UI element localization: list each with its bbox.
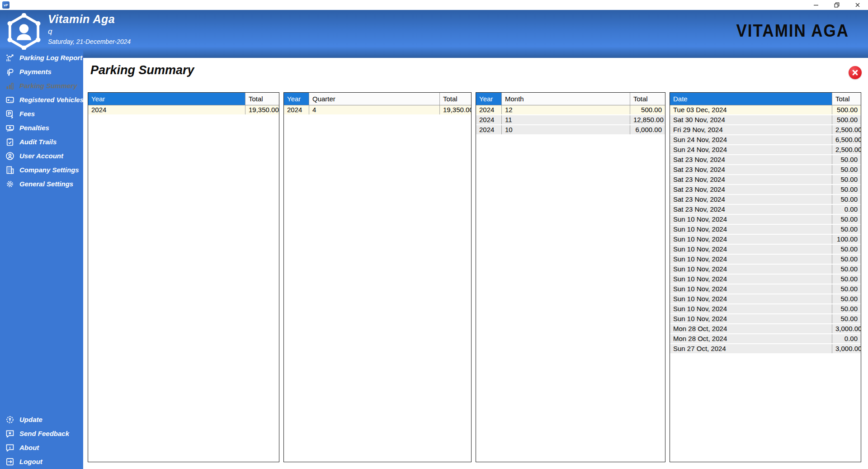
page-close-button[interactable]	[849, 66, 862, 79]
table-row[interactable]: 20241112,850.00	[476, 115, 665, 125]
table-cell: 50.00	[832, 185, 861, 194]
table-row[interactable]: Sun 10 Nov, 202450.00	[670, 225, 861, 235]
sidebar-item-penalties[interactable]: Penalties	[0, 121, 83, 135]
table-cell: 2,500.00	[832, 145, 861, 154]
column-header-month[interactable]: Month	[502, 93, 630, 105]
table-cell: 50.00	[832, 155, 861, 164]
banknote-icon	[5, 123, 15, 133]
table-row[interactable]: 202419,350.00	[88, 105, 279, 115]
brand-logo: VITAMIN AGA	[736, 21, 849, 41]
column-header-date[interactable]: Date	[670, 93, 832, 105]
sidebar-item-label: Penalties	[19, 124, 49, 132]
close-window-button[interactable]	[847, 0, 868, 10]
column-header-year[interactable]: Year	[284, 93, 309, 105]
sidebar-item-user-account[interactable]: User Account	[0, 149, 83, 163]
table-row[interactable]: Sat 23 Nov, 202450.00	[670, 165, 861, 175]
column-header-total[interactable]: Total	[832, 93, 861, 105]
table-row[interactable]: 202412500.00	[476, 105, 665, 115]
sidebar-item-audit-trails[interactable]: Audit Trails	[0, 135, 83, 149]
year-summary-table: YearTotal202419,350.00	[88, 92, 279, 462]
table-cell: 2024	[88, 105, 245, 114]
table-row[interactable]: Sun 24 Nov, 20246,500.00	[670, 135, 861, 145]
table-row[interactable]: Fri 29 Nov, 20242,500.00	[670, 125, 861, 135]
table-cell: Sat 23 Nov, 2024	[670, 185, 832, 194]
table-row[interactable]: Sat 23 Nov, 202450.00	[670, 185, 861, 195]
table-row[interactable]: Sat 30 Nov, 2024500.00	[670, 115, 861, 125]
table-row[interactable]: Sat 23 Nov, 20240.00	[670, 205, 861, 215]
table-row[interactable]: Sat 23 Nov, 202450.00	[670, 175, 861, 185]
table-cell: Sun 24 Nov, 2024	[670, 135, 832, 144]
table-cell: 2,500.00	[832, 125, 861, 134]
table-cell: Sun 10 Nov, 2024	[670, 294, 832, 303]
column-header-year[interactable]: Year	[476, 93, 502, 105]
table-cell: Sun 10 Nov, 2024	[670, 215, 832, 224]
sidebar-item-label: Parking Summery	[19, 82, 77, 90]
column-header-total[interactable]: Total	[440, 93, 471, 105]
table-cell: Sun 10 Nov, 2024	[670, 314, 832, 323]
column-header-total[interactable]: Total	[245, 93, 279, 105]
sidebar-item-logout[interactable]: Logout	[0, 455, 83, 469]
table-header-row: DateTotal	[670, 93, 861, 105]
table-cell: 50.00	[832, 314, 861, 323]
app-icon: vP	[2, 1, 9, 9]
sidebar-item-parking-summery[interactable]: Parking Summery	[0, 79, 83, 93]
table-row[interactable]: Tue 03 Dec, 2024500.00	[670, 105, 861, 115]
table-row[interactable]: Sun 10 Nov, 202450.00	[670, 245, 861, 255]
column-header-year[interactable]: Year	[88, 93, 245, 105]
column-header-quarter[interactable]: Quarter	[309, 93, 440, 105]
table-row[interactable]: 2024419,350.00	[284, 105, 471, 115]
sidebar-item-label: About	[19, 444, 39, 451]
column-header-total[interactable]: Total	[630, 93, 665, 105]
sidebar-item-fees[interactable]: Fees	[0, 107, 83, 121]
table-cell: Sat 23 Nov, 2024	[670, 155, 832, 164]
table-row[interactable]: Sun 10 Nov, 202450.00	[670, 294, 861, 304]
table-cell: 50.00	[832, 294, 861, 303]
sidebar-item-send-feedback[interactable]: Send Feedback	[0, 426, 83, 441]
sidebar: Parking Log ReportPaymentsParking Summer…	[0, 50, 83, 469]
table-row[interactable]: Sun 10 Nov, 202450.00	[670, 284, 861, 294]
table-cell: Sat 23 Nov, 2024	[670, 175, 832, 184]
sidebar-item-company-settings[interactable]: Company Settings	[0, 163, 83, 177]
table-cell: Sun 10 Nov, 2024	[670, 284, 832, 294]
table-row[interactable]: 2024106,000.00	[476, 125, 665, 135]
table-cell: 50.00	[832, 284, 861, 294]
current-date: Saturday, 21-December-2024	[48, 38, 131, 45]
restore-button[interactable]	[826, 0, 847, 10]
month-summary-table: YearMonthTotal202412500.0020241112,850.0…	[476, 92, 665, 462]
window-titlebar[interactable]: vP	[0, 0, 868, 10]
sidebar-item-update[interactable]: Update	[0, 412, 83, 426]
sidebar-item-registered-vehicles[interactable]: Registered Vehicles	[0, 93, 83, 107]
building-icon	[5, 165, 15, 175]
table-header-row: YearMonthTotal	[476, 93, 665, 105]
table-cell: Sun 10 Nov, 2024	[670, 275, 832, 284]
table-cell: 19,350.00	[440, 105, 471, 114]
table-row[interactable]: Sun 10 Nov, 202450.00	[670, 314, 861, 324]
sidebar-nav: Parking Log ReportPaymentsParking Summer…	[0, 51, 83, 191]
table-row[interactable]: Sun 10 Nov, 202450.00	[670, 255, 861, 265]
sidebar-item-payments[interactable]: Payments	[0, 65, 83, 79]
sidebar-item-about[interactable]: About	[0, 441, 83, 455]
table-cell: 100.00	[832, 235, 861, 244]
table-row[interactable]: Sat 23 Nov, 202450.00	[670, 195, 861, 205]
sidebar-item-label: Fees	[19, 110, 35, 118]
table-row[interactable]: Mon 28 Oct, 20243,000.00	[670, 324, 861, 334]
table-row[interactable]: Sun 10 Nov, 202450.00	[670, 265, 861, 275]
table-cell: Mon 28 Oct, 2024	[670, 324, 832, 333]
sidebar-item-label: Registered Vehicles	[19, 96, 84, 104]
table-row[interactable]: Sun 10 Nov, 2024100.00	[670, 235, 861, 245]
sidebar-item-label: Logout	[19, 458, 42, 465]
table-row[interactable]: Sun 27 Oct, 20243,000.00	[670, 344, 861, 354]
table-row[interactable]: Sat 23 Nov, 202450.00	[670, 155, 861, 165]
table-row[interactable]: Sun 10 Nov, 202450.00	[670, 304, 861, 314]
window-controls	[806, 0, 868, 10]
minimize-button[interactable]	[806, 0, 826, 10]
table-row[interactable]: Sun 24 Nov, 20242,500.00	[670, 145, 861, 155]
table-row[interactable]: Mon 28 Oct, 20240.00	[670, 334, 861, 344]
table-cell: 3,000.00	[832, 324, 861, 333]
table-cell: Sun 10 Nov, 2024	[670, 304, 832, 313]
table-row[interactable]: Sun 10 Nov, 202450.00	[670, 275, 861, 284]
sidebar-item-general-settings[interactable]: General Settings	[0, 177, 83, 191]
table-row[interactable]: Sun 10 Nov, 202450.00	[670, 215, 861, 225]
quarter-summary-table: YearQuarterTotal2024419,350.00	[283, 92, 472, 462]
sidebar-item-parking-log-report[interactable]: Parking Log Report	[0, 51, 83, 65]
